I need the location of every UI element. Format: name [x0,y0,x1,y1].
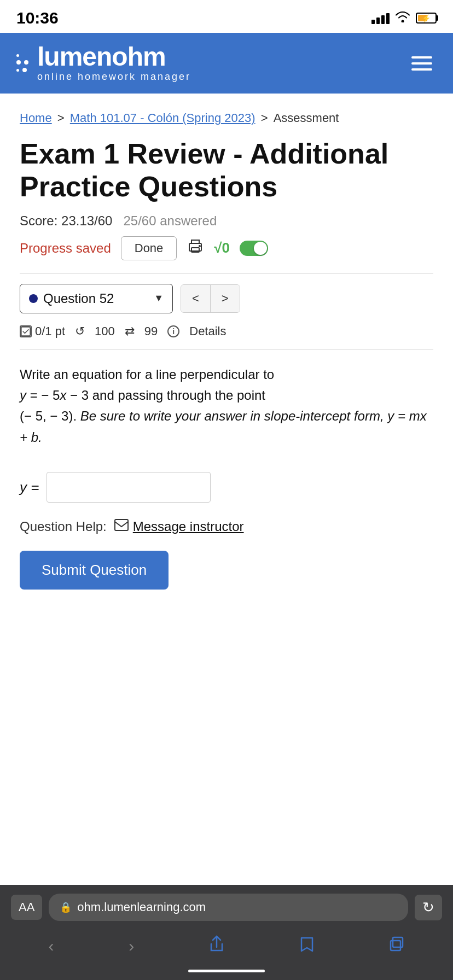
question-text-line2: y = − 5x − 3 and passing through the poi… [20,385,433,406]
done-button[interactable]: Done [121,236,177,260]
answer-area: y = [20,472,433,503]
lock-icon: 🔒 [60,901,72,913]
question-row: Question 52 ▼ < > [20,284,433,313]
answered-text: 25/60 answered [123,213,217,229]
score-label: Score: 23.13/60 [20,213,112,229]
prev-question-button[interactable]: < [181,285,211,312]
home-indicator [188,970,265,972]
question-text-line3: (− 5, − 3). Be sure to write your answer… [20,406,433,448]
details-link[interactable]: Details [189,324,226,339]
browser-bookmarks-button[interactable] [291,931,323,960]
question-text-line1: Write an equation for a line perpendicul… [20,364,433,385]
divider-1 [20,273,433,274]
logo: lumenohm online homework manager [16,44,191,83]
completions-value: 99 [144,324,158,339]
info-icon: i [167,325,179,337]
page-title: Exam 1 Review - Additional Practice Ques… [20,138,433,203]
envelope-icon [114,519,129,534]
browser-share-button[interactable] [200,931,233,961]
question-nav: < > [181,284,240,313]
logo-subtitle: online homework manager [37,71,191,83]
submit-question-button[interactable]: Submit Question [20,551,169,590]
breadcrumb-course[interactable]: Math 101.07 - Colón (Spring 2023) [70,111,255,125]
browser-bar: AA 🔒 ohm.lumenlearning.com ↻ ‹ › [0,885,453,980]
message-instructor-link[interactable]: Message instructor [114,519,244,534]
breadcrumb-current: Assessment [274,111,339,125]
question-help-label: Question Help: [20,519,107,534]
logo-text: lumenohm online homework manager [37,44,191,83]
breadcrumb-sep1: > [57,111,68,125]
svg-point-2 [199,245,201,247]
reload-button[interactable]: ↻ [415,895,442,920]
breadcrumb-home[interactable]: Home [20,111,52,125]
menu-button[interactable] [407,52,437,75]
svg-rect-6 [391,941,400,950]
breadcrumb-sep2: > [261,111,271,125]
score-row: Score: 23.13/60 25/60 answered [20,213,433,229]
status-bar: 10:36 ⚡ [0,0,453,33]
message-instructor-text: Message instructor [133,519,244,534]
chevron-down-icon: ▼ [154,293,164,304]
browser-back-button[interactable]: ‹ [39,932,62,960]
status-icons: ⚡ [371,10,437,26]
question-dropdown[interactable]: Question 52 ▼ [20,284,173,313]
logo-dots [16,54,28,72]
svg-rect-5 [393,937,403,947]
main-content: Home > Math 101.07 - Colón (Spring 2023)… [0,94,453,627]
url-bar-row: AA 🔒 ohm.lumenlearning.com ↻ [11,894,442,921]
completions-icon: ⇄ [125,324,135,339]
math-mode-icon: √0 [214,240,230,256]
retry-icon: ↺ [75,324,85,339]
svg-rect-4 [115,520,128,530]
progress-saved: Progress saved [20,241,111,256]
retries-value: 100 [95,324,115,339]
browser-forward-button[interactable]: › [120,932,143,960]
points-badge: 0/1 pt [20,324,65,339]
signal-icon [371,12,390,24]
status-time: 10:36 [16,9,59,27]
divider-2 [20,349,433,350]
browser-nav: ‹ › [11,929,442,965]
url-text: ohm.lumenlearning.com [77,900,206,914]
print-icon[interactable] [187,238,204,258]
logo-name: lumenohm [37,44,191,70]
question-status-dot [29,294,38,303]
aa-button[interactable]: AA [11,895,42,920]
points-row: 0/1 pt ↺ 100 ⇄ 99 i Details [20,319,433,344]
browser-tabs-button[interactable] [381,932,414,960]
math-mode-toggle[interactable] [240,241,268,256]
url-bar[interactable]: 🔒 ohm.lumenlearning.com [49,894,408,921]
question-help: Question Help: Message instructor [20,519,433,534]
points-value: 0/1 pt [35,324,65,339]
y-equals-label: y = [20,479,39,496]
battery-icon: ⚡ [416,13,437,24]
question-content: Write an equation for a line perpendicul… [20,355,433,459]
answer-input[interactable] [47,472,211,503]
header: lumenohm online homework manager [0,33,453,94]
next-question-button[interactable]: > [211,285,240,312]
wifi-icon [395,10,410,26]
check-square-icon [20,325,32,337]
breadcrumb: Home > Math 101.07 - Colón (Spring 2023)… [20,109,433,127]
status-row: Progress saved Done √0 [20,236,433,260]
question-label: Question 52 [43,291,148,306]
